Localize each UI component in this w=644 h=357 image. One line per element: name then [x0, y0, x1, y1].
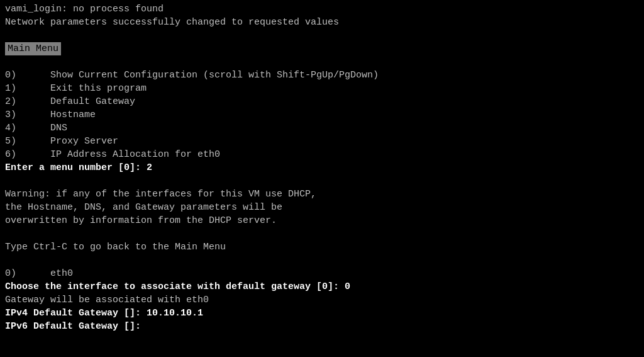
line-eth0-option: 0) eth0	[5, 267, 639, 280]
main-menu-label: Main Menu	[5, 42, 61, 55]
line-menu-5: 5) Proxy Server	[5, 135, 639, 148]
line-enter-menu: Enter a menu number [0]: 2	[5, 161, 639, 174]
line-choose-interface: Choose the interface to associate with d…	[5, 280, 639, 293]
line-ctrl-c: Type Ctrl-C to go back to the Main Menu	[5, 241, 639, 254]
line-main-menu: Main Menu	[5, 42, 639, 55]
blank-line-1	[5, 29, 639, 42]
line-menu-3: 3) Hostname	[5, 108, 639, 122]
line-warning-2: the Hostname, DNS, and Gateway parameter…	[5, 201, 639, 214]
line-vami-login: vami_login: no process found	[5, 3, 639, 16]
blank-line-4	[5, 227, 639, 241]
line-warning-3: overwritten by information from the DHCP…	[5, 214, 639, 227]
line-ipv4-gateway: IPv4 Default Gateway []: 10.10.10.1	[5, 307, 639, 320]
blank-line-5	[5, 254, 639, 267]
line-network-params: Network parameters successfully changed …	[5, 16, 639, 29]
line-menu-4: 4) DNS	[5, 122, 639, 135]
terminal-window[interactable]: vami_login: no process found Network par…	[0, 0, 644, 357]
line-warning-1: Warning: if any of the interfaces for th…	[5, 188, 639, 201]
line-menu-0: 0) Show Current Configuration (scroll wi…	[5, 69, 639, 82]
line-gateway-associated: Gateway will be associated with eth0	[5, 293, 639, 307]
line-menu-2: 2) Default Gateway	[5, 95, 639, 108]
line-ipv6-gateway: IPv6 Default Gateway []:	[5, 320, 639, 333]
line-menu-1: 1) Exit this program	[5, 82, 639, 95]
blank-line-3	[5, 174, 639, 188]
blank-line-2	[5, 55, 639, 69]
line-menu-6: 6) IP Address Allocation for eth0	[5, 148, 639, 161]
